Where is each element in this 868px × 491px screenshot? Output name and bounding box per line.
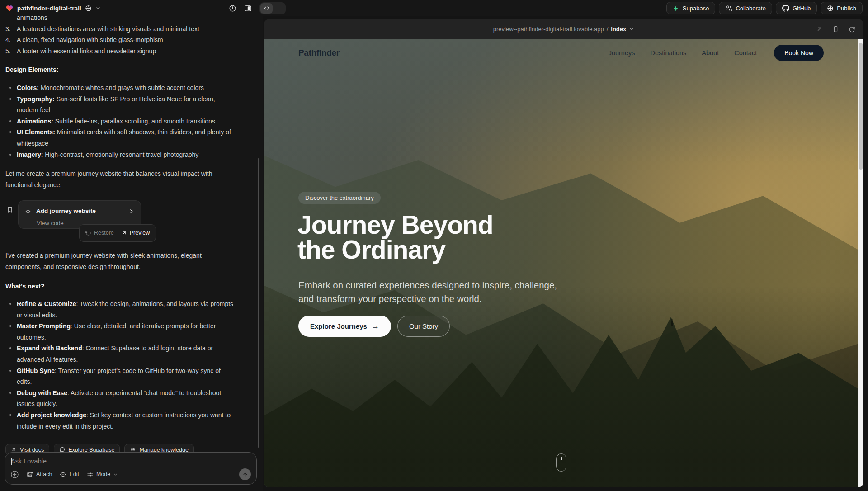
refresh-icon[interactable] (849, 26, 855, 33)
our-story-button[interactable]: Our Story (397, 316, 450, 337)
chat-panel: animations 3.A featured destinations are… (0, 16, 263, 491)
site-logo[interactable]: Pathfinder (298, 48, 340, 58)
code-icon (25, 208, 31, 215)
topbar-actions: Supabase Collaborate GitHub Publish (666, 2, 863, 14)
people-icon (725, 5, 732, 12)
tool-card-title: Add journey website (36, 206, 96, 217)
hero-buttons: Explore Journeys → Our Story (298, 316, 450, 337)
whats-next-list: Refine & Customize: Tweak the design, an… (5, 298, 234, 432)
numbered-list: 3.A featured destinations area with stri… (5, 24, 234, 57)
list-item: Debug with Ease: Activate our experiment… (5, 387, 234, 410)
nav-link-contact[interactable]: Contact (734, 49, 757, 57)
supabase-bolt-icon (673, 5, 679, 12)
list-item: UI Elements: Minimalist cards with soft … (5, 127, 234, 149)
list-item: Refine & Customize: Tweak the design, an… (5, 298, 234, 321)
list-item: Expand with Backend: Connect Supabase to… (5, 343, 234, 365)
nav-link-about[interactable]: About (702, 49, 719, 57)
publish-button[interactable]: Publish (821, 2, 863, 14)
restore-icon (85, 230, 91, 236)
mobile-view-icon[interactable] (832, 26, 839, 33)
view-controls (229, 0, 286, 16)
preview-scrollbar-track (858, 39, 863, 487)
image-icon (27, 471, 33, 478)
nav-link-destinations[interactable]: Destinations (651, 49, 687, 57)
list-item: 4.A clean, fixed navigation with subtle … (5, 34, 234, 46)
supabase-button[interactable]: Supabase (666, 2, 716, 14)
project-menu[interactable]: pathfinder-digital-trail (5, 5, 101, 12)
add-button[interactable] (10, 470, 19, 479)
list-item: GitHub Sync: Transfer your project's cod… (5, 365, 234, 387)
list-item: Typography: San-serif fonts like SF Pro … (5, 94, 234, 116)
chevron-down-icon (113, 472, 118, 477)
arrow-up-right-icon (121, 230, 127, 236)
chevron-right-icon (128, 208, 134, 214)
chat-composer: Attach Edit Mode (5, 452, 257, 485)
hero-subtitle: Embark on curated experiences designed t… (298, 279, 570, 306)
plus-circle-icon (10, 470, 19, 479)
arrow-right-icon: → (372, 322, 379, 331)
arrow-up-icon (242, 472, 248, 477)
send-button[interactable] (239, 468, 251, 480)
app-topbar: pathfinder-digital-trail Supabase Col (0, 0, 868, 16)
sliders-icon (87, 471, 94, 478)
edit-button[interactable]: Edit (60, 471, 79, 478)
list-item: Animations: Subtle fade-ins, parallax sc… (5, 116, 234, 127)
website-hero: Pathfinder Journeys Destinations About C… (264, 39, 858, 487)
mode-dropdown[interactable]: Mode (87, 471, 118, 478)
attach-button[interactable]: Attach (27, 471, 52, 478)
nav-link-journeys[interactable]: Journeys (609, 49, 635, 57)
hiker-figure (671, 321, 673, 326)
explore-journeys-button[interactable]: Explore Journeys → (298, 316, 391, 337)
assistant-message: animations 3.A featured destinations are… (5, 16, 247, 455)
globe-icon (85, 5, 92, 12)
text-caret (11, 458, 12, 465)
github-icon (782, 5, 789, 12)
book-now-button[interactable]: Book Now (774, 45, 824, 61)
design-elements-heading: Design Elements: (5, 64, 247, 76)
project-name[interactable]: pathfinder-digital-trail (17, 5, 81, 12)
list-item: Imagery: High-contrast, emotionally reso… (5, 149, 234, 161)
clipped-text-line: animations (5, 16, 247, 24)
preview-url[interactable]: preview--pathfinder-digital-trail.lovabl… (493, 26, 635, 33)
tool-call-block: Add journey website View code Restore Pr… (5, 200, 247, 236)
composer-toolbar: Attach Edit Mode (10, 468, 251, 480)
history-icon[interactable] (229, 5, 236, 12)
design-elements-list: Colors: Monochromatic whites and grays w… (5, 82, 234, 160)
ask-lovable-input[interactable] (11, 458, 250, 465)
bookmark-icon[interactable] (6, 206, 14, 236)
list-item: Master Prompting: Use clear, detailed, a… (5, 321, 234, 343)
code-icon[interactable] (260, 3, 273, 14)
crosshair-target-icon (60, 471, 66, 478)
list-item: Colors: Monochromatic whites and grays w… (5, 82, 234, 94)
list-item: Add project knowledge: Set key context o… (5, 410, 234, 432)
collaborate-button[interactable]: Collaborate (719, 2, 772, 14)
code-view-toggle[interactable] (259, 2, 286, 14)
message-paragraph: Let me create a premium journey website … (5, 168, 234, 190)
preview-scrollbar-thumb[interactable] (859, 43, 863, 170)
chat-scrollbar[interactable] (258, 158, 259, 448)
preview-toggle-segment[interactable] (273, 3, 285, 14)
scroll-mouse-indicator (556, 453, 566, 472)
device-preview-icon[interactable] (244, 5, 252, 12)
restore-button[interactable]: Restore (85, 227, 114, 239)
preview-header: preview--pathfinder-digital-trail.lovabl… (264, 19, 863, 39)
site-navbar: Pathfinder Journeys Destinations About C… (264, 39, 858, 67)
site-nav-links: Journeys Destinations About Contact (609, 49, 757, 57)
github-button[interactable]: GitHub (776, 2, 817, 14)
chevron-down-icon (629, 26, 634, 32)
whats-next-heading: What's next? (5, 281, 247, 292)
preview-panel: preview--pathfinder-digital-trail.lovabl… (264, 19, 863, 487)
hero-badge: Discover the extraordinary (298, 192, 381, 204)
restore-preview-pill: Restore Preview (79, 224, 156, 242)
open-external-icon[interactable] (816, 26, 823, 33)
publish-globe-icon (827, 5, 834, 12)
list-item: 3.A featured destinations area with stri… (5, 24, 234, 35)
message-paragraph: I've created a premium journey website w… (5, 250, 234, 272)
lovable-heart-logo[interactable] (5, 5, 14, 12)
chevron-down-icon[interactable] (95, 5, 101, 11)
preview-button[interactable]: Preview (121, 227, 150, 239)
hero-headline: Journey Beyond the Ordinary (297, 212, 493, 262)
list-item: 5.A footer with essential links and news… (5, 46, 234, 57)
